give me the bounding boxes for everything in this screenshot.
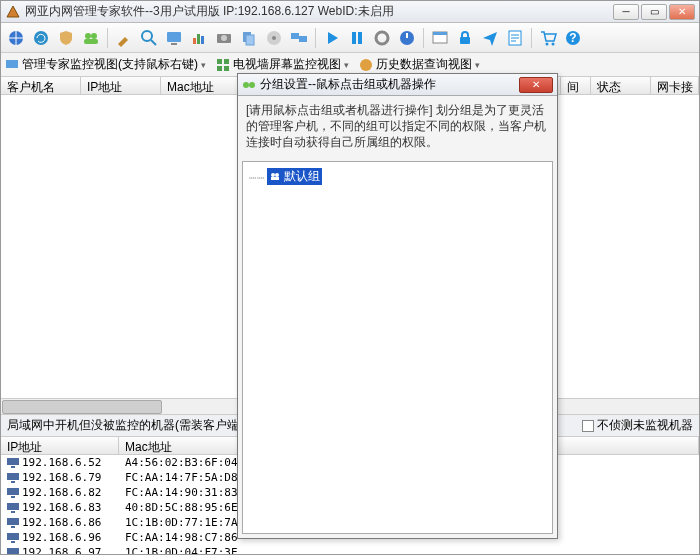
tree-root-item[interactable]: 默认组 xyxy=(267,168,322,185)
svg-point-51 xyxy=(243,82,249,88)
svg-point-27 xyxy=(546,42,549,45)
toolbar-pause-icon[interactable] xyxy=(346,27,368,49)
cell-mac: FC:AA:14:98:C7:86 xyxy=(119,531,244,544)
col-client-name[interactable]: 客户机名 xyxy=(1,77,81,94)
col-mac[interactable]: Mac地址 xyxy=(161,77,241,94)
svg-rect-4 xyxy=(84,39,98,44)
toolbar-lock-icon[interactable] xyxy=(454,27,476,49)
svg-point-16 xyxy=(272,36,276,40)
tab-manage-view[interactable]: 管理专家监控视图(支持鼠标右键) ▾ xyxy=(5,56,206,73)
cell-mac: 40:8D:5C:88:95:6E xyxy=(119,501,244,514)
dialog-close-button[interactable]: ✕ xyxy=(519,77,553,93)
dialog-hint-text: [请用鼠标点击组或者机器进行操作] 划分组是为了更灵活的管理客户机，不同的组可以… xyxy=(238,96,557,157)
svg-rect-45 xyxy=(7,518,19,525)
scrollbar-thumb[interactable] xyxy=(2,400,162,414)
svg-point-28 xyxy=(552,42,555,45)
col-nic[interactable]: 网卡接 xyxy=(651,77,699,94)
maximize-button[interactable]: ▭ xyxy=(641,4,667,20)
col-status[interactable]: 状态 xyxy=(591,77,651,94)
svg-rect-9 xyxy=(197,34,200,44)
toolbar-send-icon[interactable] xyxy=(479,27,501,49)
svg-rect-32 xyxy=(217,59,222,64)
toolbar-chart-icon[interactable] xyxy=(188,27,210,49)
svg-rect-31 xyxy=(6,60,18,68)
window-titlebar: 网亚内网管理专家软件--3用户试用版 IP:192.168.6.127 WebI… xyxy=(1,1,699,23)
tree-root-label: 默认组 xyxy=(284,168,320,185)
col-time[interactable]: 间 xyxy=(561,77,591,94)
toolbar-camera-icon[interactable] xyxy=(213,27,235,49)
bottom-col-ip[interactable]: IP地址 xyxy=(1,437,119,454)
svg-point-2 xyxy=(85,33,91,39)
tab-history-view[interactable]: 历史数据查询视图 ▾ xyxy=(359,56,480,73)
monitor-icon xyxy=(5,58,19,72)
checkbox-label: 不侦测未监视机器 xyxy=(597,417,693,434)
svg-rect-49 xyxy=(7,548,19,555)
cell-ip: 192.168.6.96 xyxy=(1,531,119,544)
toolbar-search-icon[interactable] xyxy=(138,27,160,49)
chevron-down-icon: ▾ xyxy=(475,60,480,70)
svg-rect-24 xyxy=(433,32,447,35)
svg-point-21 xyxy=(376,32,388,44)
svg-rect-37 xyxy=(7,458,19,465)
svg-point-54 xyxy=(275,173,279,177)
svg-point-36 xyxy=(360,59,372,71)
toolbar-separator xyxy=(423,28,424,48)
cell-ip: 192.168.6.97 xyxy=(1,546,119,555)
svg-rect-43 xyxy=(7,503,19,510)
chevron-down-icon: ▾ xyxy=(344,60,349,70)
svg-rect-19 xyxy=(352,32,356,44)
no-detect-checkbox[interactable]: 不侦测未监视机器 xyxy=(582,417,693,434)
toolbar-separator xyxy=(531,28,532,48)
toolbar-help-icon[interactable]: ? xyxy=(562,27,584,49)
history-icon xyxy=(359,58,373,72)
svg-rect-47 xyxy=(7,533,19,540)
svg-rect-41 xyxy=(7,488,19,495)
toolbar-refresh-icon[interactable] xyxy=(30,27,52,49)
toolbar-window-icon[interactable] xyxy=(429,27,451,49)
toolbar-separator xyxy=(107,28,108,48)
toolbar-users-icon[interactable] xyxy=(80,27,102,49)
col-ip[interactable]: IP地址 xyxy=(81,77,161,94)
toolbar-note-icon[interactable] xyxy=(504,27,526,49)
svg-rect-40 xyxy=(11,481,15,483)
svg-rect-35 xyxy=(224,66,229,71)
cell-mac: FC:AA:14:7F:5A:D8 xyxy=(119,471,244,484)
svg-rect-38 xyxy=(11,466,15,468)
toolbar-cart-icon[interactable] xyxy=(537,27,559,49)
group-settings-dialog: 分组设置--鼠标点击组或机器操作 ✕ [请用鼠标点击组或者机器进行操作] 划分组… xyxy=(237,73,558,539)
toolbar-shield-icon[interactable] xyxy=(55,27,77,49)
cell-mac: 1C:1B:0D:77:1E:7A xyxy=(119,516,244,529)
toolbar-power-icon[interactable] xyxy=(396,27,418,49)
window-close-button[interactable]: ✕ xyxy=(669,4,695,20)
toolbar-tool-icon[interactable] xyxy=(113,27,135,49)
cell-ip: 192.168.6.82 xyxy=(1,486,119,499)
toolbar-play-icon[interactable] xyxy=(321,27,343,49)
toolbar-screen-icon[interactable] xyxy=(163,27,185,49)
svg-rect-42 xyxy=(11,496,15,498)
dialog-titlebar[interactable]: 分组设置--鼠标点击组或机器操作 ✕ xyxy=(238,74,557,96)
svg-rect-20 xyxy=(358,32,362,44)
main-toolbar: ? xyxy=(1,23,699,53)
svg-text:?: ? xyxy=(569,31,576,45)
toolbar-globe-icon[interactable] xyxy=(5,27,27,49)
table-row[interactable]: 192.168.6.971C:1B:0D:04:F7:3E xyxy=(1,545,699,555)
dialog-tree[interactable]: ┈┈ 默认组 xyxy=(242,161,553,534)
toolbar-screens-icon[interactable] xyxy=(288,27,310,49)
chevron-down-icon: ▾ xyxy=(201,60,206,70)
checkbox-box[interactable] xyxy=(582,420,594,432)
dialog-icon xyxy=(242,78,256,92)
svg-rect-46 xyxy=(11,526,15,528)
svg-rect-14 xyxy=(246,35,254,45)
tab-tvwall-view[interactable]: 电视墙屏幕监控视图 ▾ xyxy=(216,56,349,73)
tab-label: 历史数据查询视图 xyxy=(376,56,472,73)
minimize-button[interactable]: ─ xyxy=(613,4,639,20)
bottom-panel-title: 局域网中开机但没被监控的机器(需装客户端 xyxy=(7,417,239,434)
tab-label: 管理专家监控视图(支持鼠标右键) xyxy=(22,56,198,73)
toolbar-copy-icon[interactable] xyxy=(238,27,260,49)
cell-ip: 192.168.6.79 xyxy=(1,471,119,484)
toolbar-disc-icon[interactable] xyxy=(263,27,285,49)
toolbar-ring-icon[interactable] xyxy=(371,27,393,49)
svg-point-5 xyxy=(142,31,152,41)
svg-rect-10 xyxy=(201,36,204,44)
svg-rect-6 xyxy=(167,32,181,42)
